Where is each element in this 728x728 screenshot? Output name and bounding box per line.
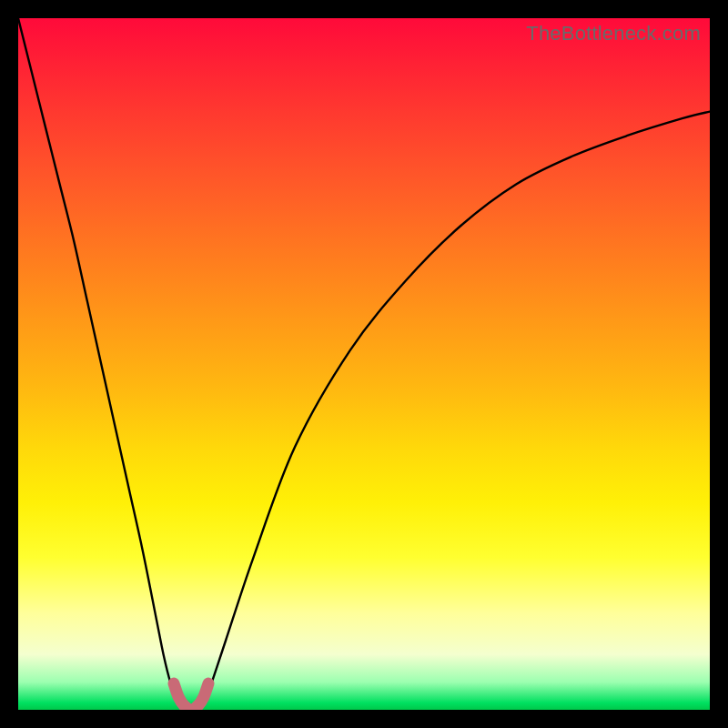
curve-right-branch: [191, 112, 710, 710]
curve-nadir-highlight: [174, 683, 208, 710]
watermark-text: TheBottleneck.com: [526, 22, 701, 46]
curve-layer: [18, 18, 710, 710]
curve-left-branch: [18, 18, 191, 710]
chart-frame: TheBottleneck.com: [18, 18, 710, 710]
